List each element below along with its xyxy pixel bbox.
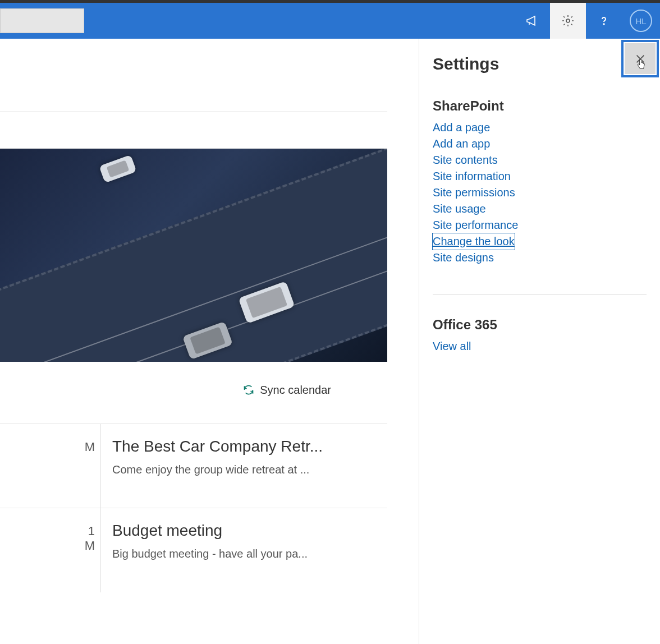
settings-link-add-app[interactable]: Add an app bbox=[433, 136, 647, 152]
search-input[interactable] bbox=[0, 8, 84, 33]
settings-link-change-look[interactable]: Change the look bbox=[433, 233, 515, 250]
svg-point-0 bbox=[566, 19, 570, 22]
gear-icon bbox=[561, 14, 575, 27]
cursor-hand-icon bbox=[635, 59, 647, 71]
header-right: HL bbox=[514, 3, 660, 39]
page-subheader-region bbox=[0, 112, 387, 149]
main-content: Sync calendar M The Best Car Company Ret… bbox=[0, 39, 387, 644]
help-button[interactable] bbox=[586, 3, 622, 39]
svg-point-1 bbox=[603, 24, 604, 25]
settings-link-add-page[interactable]: Add a page bbox=[433, 119, 647, 136]
avatar[interactable]: HL bbox=[630, 10, 652, 32]
settings-link-site-permissions[interactable]: Site permissions bbox=[433, 185, 647, 201]
event-time-partial: 1 M bbox=[0, 508, 101, 592]
section-heading-office365: Office 365 bbox=[433, 317, 647, 333]
settings-link-site-usage[interactable]: Site usage bbox=[433, 201, 647, 217]
event-title: The Best Car Company Retr... bbox=[112, 438, 376, 456]
hero-image bbox=[0, 149, 387, 362]
event-row[interactable]: M The Best Car Company Retr... Come enjo… bbox=[0, 424, 387, 508]
sync-calendar-button[interactable]: Sync calendar bbox=[0, 362, 387, 395]
settings-link-site-contents[interactable]: Site contents bbox=[433, 152, 647, 168]
event-description: Big budget meeting - have all your pa... bbox=[112, 548, 376, 560]
settings-link-site-designs[interactable]: Site designs bbox=[433, 250, 647, 266]
megaphone-button[interactable] bbox=[514, 3, 550, 39]
settings-link-site-information[interactable]: Site information bbox=[433, 168, 647, 185]
settings-panel: Settings SharePoint Add a page Add an ap… bbox=[419, 39, 660, 644]
event-time-partial: M bbox=[0, 424, 101, 508]
section-divider bbox=[433, 294, 647, 295]
help-icon bbox=[597, 14, 611, 27]
header-bar: HL bbox=[0, 3, 660, 39]
section-heading-sharepoint: SharePoint bbox=[433, 98, 647, 114]
close-button[interactable] bbox=[625, 43, 656, 74]
sync-icon bbox=[243, 384, 254, 395]
settings-button[interactable] bbox=[550, 3, 586, 39]
settings-title: Settings bbox=[433, 54, 647, 73]
settings-link-site-performance[interactable]: Site performance bbox=[433, 217, 647, 233]
event-description: Come enjoy the group wide retreat at ... bbox=[112, 463, 376, 476]
settings-link-view-all[interactable]: View all bbox=[433, 338, 647, 355]
sync-label: Sync calendar bbox=[260, 384, 331, 397]
events-list: M The Best Car Company Retr... Come enjo… bbox=[0, 424, 387, 592]
avatar-initials: HL bbox=[635, 16, 646, 26]
page-header-region bbox=[0, 39, 387, 112]
event-row[interactable]: 1 M Budget meeting Big budget meeting - … bbox=[0, 508, 387, 592]
event-title: Budget meeting bbox=[112, 522, 376, 540]
megaphone-icon bbox=[525, 14, 539, 27]
